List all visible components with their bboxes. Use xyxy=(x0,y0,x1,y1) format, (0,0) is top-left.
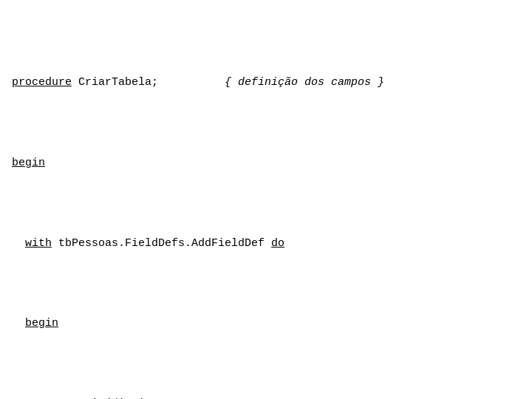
code-line-5: Name := 'Código'; xyxy=(12,396,520,399)
code-block: procedure CriarTabela; { definição dos c… xyxy=(0,0,532,399)
keyword-procedure: procedure xyxy=(12,76,72,89)
keyword-begin-1: begin xyxy=(12,157,45,169)
keyword-begin-2: begin xyxy=(25,317,58,330)
code-line-1: procedure CriarTabela; { definição dos c… xyxy=(12,75,520,91)
code-line-3: with tbPessoas.FieldDefs.AddFieldDef do xyxy=(12,236,520,252)
code-line-2: begin xyxy=(12,155,520,171)
keyword-do-1: do xyxy=(271,237,284,250)
comment-1: { definição dos campos } xyxy=(225,76,384,89)
keyword-with-1: with xyxy=(25,237,52,250)
code-line-4: begin xyxy=(12,316,520,332)
